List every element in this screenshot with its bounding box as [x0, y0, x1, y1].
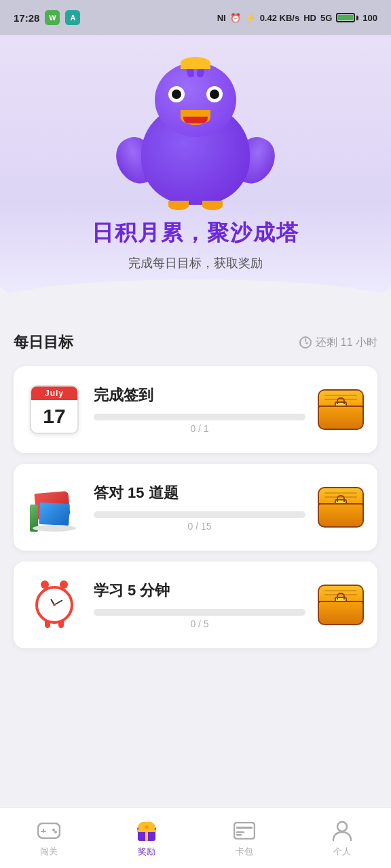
svg-rect-15: [236, 834, 242, 836]
time-remaining-text: 还剩 11 小时: [316, 336, 377, 350]
section-title: 每日目标: [14, 332, 73, 353]
bell-left: [41, 580, 49, 589]
books-shadow: [33, 525, 76, 532]
status-time: 17:28: [14, 12, 39, 24]
svg-rect-14: [236, 831, 244, 833]
duck-mouth: [183, 117, 208, 123]
chest-bottom-3: [318, 601, 364, 625]
nav-icon-profile: [330, 818, 354, 843]
svg-point-4: [54, 831, 57, 833]
svg-point-11: [145, 825, 149, 829]
calendar-icon: July 17: [30, 385, 79, 434]
duck-pupil-left: [172, 90, 181, 99]
nav-label-game: 闯关: [40, 846, 58, 858]
alarm-icon: [30, 580, 79, 629]
svg-point-16: [337, 822, 347, 831]
calendar-month: July: [31, 387, 77, 400]
nav-item-card[interactable]: 卡包: [196, 818, 293, 858]
svg-rect-0: [38, 823, 60, 838]
task-card-quiz[interactable]: 答对 15 道题 0 / 15: [14, 464, 377, 551]
battery-percent: 100: [362, 13, 377, 23]
svg-rect-8: [137, 829, 156, 832]
duck-beak-upper: [181, 57, 210, 69]
nav-item-profile[interactable]: 个人: [293, 818, 391, 858]
duck-beak: [181, 110, 210, 125]
task-info-quiz: 答对 15 道题 0 / 15: [94, 483, 305, 532]
hero-subtitle: 完成每日目标，获取奖励: [128, 255, 263, 271]
duck-head: [155, 62, 236, 137]
status-right: NI ⏰ ⚡ 0.42 KB/s HD 5G 100: [217, 13, 377, 23]
duck-foot-left: [168, 201, 189, 210]
chest-bottom: [318, 406, 364, 430]
nav-icon-reward: [134, 818, 159, 843]
nav-icon-game: [37, 818, 61, 843]
clock-face-inner: [41, 592, 67, 618]
foot-right: [58, 621, 64, 628]
alarm-bells: [38, 580, 71, 589]
nav-label-profile: 个人: [333, 846, 351, 858]
task-info-checkin: 完成签到 0 / 1: [94, 385, 305, 434]
treasure-chest-quiz: [318, 487, 364, 528]
task-card-study[interactable]: 学习 5 分钟 0 / 5: [14, 561, 377, 648]
alarm-status-icon: ⏰: [230, 13, 241, 23]
bell-right: [60, 580, 68, 589]
card-svg-icon: [234, 822, 255, 840]
task-info-study: 学习 5 分钟 0 / 5: [94, 580, 305, 629]
network-speed: 0.42 KB/s: [260, 13, 300, 23]
hero-section: 日积月累，聚沙成塔 完成每日目标，获取奖励: [0, 35, 391, 312]
duck-foot-right: [202, 201, 223, 210]
progress-bar-bg-quiz: [94, 511, 305, 518]
bluetooth-icon: ⚡: [245, 13, 256, 23]
app-icon: A: [65, 10, 80, 25]
nav-label-reward: 奖励: [138, 846, 155, 858]
main-content: 每日目标 还剩 11 小时 July 17 完成签到 0 / 1: [0, 312, 391, 727]
calendar-day: 17: [31, 400, 77, 433]
task-name-checkin: 完成签到: [94, 385, 305, 406]
section-header: 每日目标 还剩 11 小时: [14, 332, 377, 353]
alarm-feet: [38, 621, 71, 628]
center-dot: [53, 604, 56, 606]
duck-eye-left: [168, 86, 185, 102]
progress-text-quiz: 0 / 15: [94, 521, 305, 532]
bottom-nav: 闯关 奖励: [0, 807, 391, 868]
chest-bottom-2: [318, 503, 364, 528]
mascot-duck: [128, 56, 263, 205]
person-svg-icon: [332, 820, 352, 842]
hero-title: 日积月累，聚沙成塔: [92, 218, 299, 248]
duck-feet: [168, 201, 223, 210]
progress-text-checkin: 0 / 1: [94, 423, 305, 434]
task-icon-books: [27, 480, 81, 534]
nav-item-reward[interactable]: 奖励: [98, 818, 196, 858]
svg-rect-12: [234, 823, 255, 839]
duck-eye-right: [206, 86, 223, 102]
task-card-checkin[interactable]: July 17 完成签到 0 / 1: [14, 366, 377, 453]
status-bar: 17:28 W A NI ⏰ ⚡ 0.42 KB/s HD 5G 100: [0, 0, 391, 35]
task-icon-alarm: [27, 578, 81, 632]
book-blue: [39, 502, 70, 526]
status-left: 17:28 W A: [14, 10, 80, 25]
gift-svg-icon: [135, 819, 158, 842]
svg-rect-13: [236, 827, 253, 829]
battery-indicator: [336, 13, 358, 22]
alarm-face: [35, 586, 73, 624]
signal-icon: 5G: [320, 13, 332, 23]
gamepad-svg-icon: [37, 823, 60, 839]
clock-icon: [299, 336, 312, 349]
treasure-chest-checkin: [318, 389, 364, 430]
progress-bar-bg-study: [94, 609, 305, 616]
time-remaining: 还剩 11 小时: [299, 336, 377, 350]
wechat-icon: W: [45, 10, 60, 25]
svg-point-3: [52, 829, 55, 831]
progress-bar-bg-checkin: [94, 414, 305, 420]
nfc-icon: NI: [217, 13, 226, 23]
treasure-chest-study: [318, 585, 364, 625]
progress-text-study: 0 / 5: [94, 618, 305, 629]
books-icon: [30, 483, 79, 532]
nav-item-game[interactable]: 闯关: [0, 818, 98, 858]
nav-icon-card: [232, 818, 257, 843]
task-name-study: 学习 5 分钟: [94, 580, 305, 601]
duck-pupil-right: [210, 90, 219, 99]
task-name-quiz: 答对 15 道题: [94, 483, 305, 503]
hd-icon: HD: [303, 13, 316, 23]
svg-rect-2: [41, 831, 46, 832]
